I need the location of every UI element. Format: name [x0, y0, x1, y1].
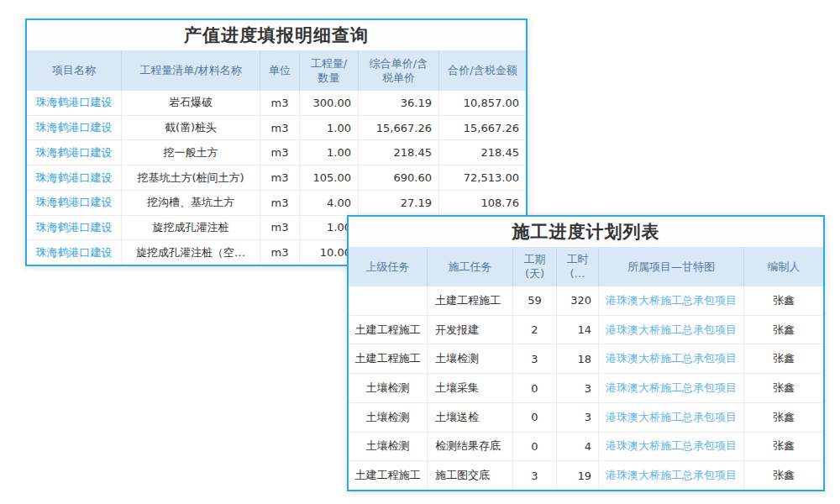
material-name: 挖基坑土方(桩间土方)	[122, 165, 260, 190]
table-row: 珠海鹤港口建设 挖基坑土方(桩间土方) m3 105.00 690.60 72,…	[27, 165, 526, 190]
unit: m3	[260, 240, 300, 265]
unit-price: 218.45	[359, 140, 439, 165]
material-name: 截(凿)桩头	[122, 116, 260, 140]
duration-days: 3	[513, 344, 557, 373]
parent-task: 土建工程施工	[349, 461, 428, 490]
col-header-total-amount: 合价/含税金额	[439, 51, 526, 91]
duration-days: 0	[513, 433, 557, 461]
col-header-project-name: 项目名称	[27, 51, 122, 91]
parent-task: 土壤检测	[349, 374, 428, 402]
unit-price: 27.19	[359, 191, 439, 215]
table1-title: 产值进度填报明细查询	[27, 20, 526, 50]
author: 张鑫	[744, 403, 823, 432]
author: 张鑫	[744, 374, 823, 402]
table-row: 珠海鹤港口建设 挖沟槽、基坑土方 m3 4.00 27.19 108.76	[27, 190, 526, 215]
project-gantt-link[interactable]: 港珠澳大桥施工总承包项目	[606, 410, 737, 425]
work-hours: 18	[557, 344, 599, 373]
work-hours: 320	[557, 286, 599, 315]
table-row: 土建工程施工 土壤检测 3 18 港珠澳大桥施工总承包项目 张鑫	[349, 344, 823, 373]
unit-price: 690.60	[359, 165, 439, 190]
table-row: 土建工程施工 开发报建 2 14 港珠澳大桥施工总承包项目 张鑫	[349, 315, 823, 344]
project-gantt-link[interactable]: 港珠澳大桥施工总承包项目	[606, 381, 737, 396]
construction-task: 土壤检测	[428, 344, 513, 373]
col-header-material-name: 工程量清单/材料名称	[122, 51, 260, 91]
work-hours: 3	[557, 374, 599, 402]
table2-header-row: 上级任务 施工任务 工期(天) 工时(… 所属项目—甘特图 编制人	[349, 247, 823, 286]
parent-task: 土壤检测	[349, 403, 428, 432]
total-amount: 10,857.00	[439, 91, 526, 115]
quantity: 1.00	[300, 116, 359, 140]
construction-task: 检测结果存底	[428, 433, 513, 461]
construction-schedule-table: 施工进度计划列表 上级任务 施工任务 工期(天) 工时(… 所属项目—甘特图 编…	[347, 215, 825, 491]
project-gantt-link[interactable]: 港珠澳大桥施工总承包项目	[606, 468, 737, 483]
construction-task: 开发报建	[428, 316, 513, 344]
project-gantt-link[interactable]: 港珠澳大桥施工总承包项目	[606, 293, 737, 308]
project-name-link[interactable]: 珠海鹤港口建设	[36, 95, 113, 110]
author: 张鑫	[744, 316, 823, 344]
author: 张鑫	[744, 286, 823, 315]
work-hours: 4	[557, 433, 599, 461]
parent-task: 土建工程施工	[349, 344, 428, 373]
project-name-link[interactable]: 珠海鹤港口建设	[36, 145, 113, 160]
work-hours: 3	[557, 403, 599, 432]
project-name-link[interactable]: 珠海鹤港口建设	[36, 171, 113, 186]
unit: m3	[260, 116, 300, 140]
author: 张鑫	[744, 433, 823, 461]
construction-task: 施工图交底	[428, 461, 513, 490]
unit-price: 36.19	[359, 91, 439, 115]
table2-title: 施工进度计划列表	[349, 217, 823, 247]
duration-days: 2	[513, 316, 557, 344]
unit: m3	[260, 165, 300, 190]
project-gantt-link[interactable]: 港珠澳大桥施工总承包项目	[606, 351, 737, 366]
parent-task: 土壤检测	[349, 433, 428, 461]
total-amount: 15,667.26	[439, 116, 526, 140]
table-row: 珠海鹤港口建设 挖一般土方 m3 1.00 218.45 218.45	[27, 139, 526, 165]
construction-task: 土壤送检	[428, 403, 513, 432]
project-gantt-link[interactable]: 港珠澳大桥施工总承包项目	[606, 323, 737, 338]
quantity: 105.00	[300, 165, 359, 190]
table2-body: 土建工程施工 59 320 港珠澳大桥施工总承包项目 张鑫 土建工程施工 开发报…	[349, 286, 823, 490]
duration-days: 0	[513, 403, 557, 432]
col-header-project-gantt: 所属项目—甘特图	[599, 248, 744, 286]
unit: m3	[260, 216, 300, 240]
author: 张鑫	[744, 344, 823, 373]
unit: m3	[260, 140, 300, 165]
duration-days: 3	[513, 461, 557, 490]
material-name: 挖沟槽、基坑土方	[122, 191, 260, 215]
table-row: 土壤检测 土壤采集 0 3 港珠澳大桥施工总承包项目 张鑫	[349, 373, 823, 402]
construction-task: 土壤采集	[428, 374, 513, 402]
work-hours: 14	[557, 316, 599, 344]
project-name-link[interactable]: 珠海鹤港口建设	[36, 120, 113, 135]
work-hours: 19	[557, 461, 599, 490]
unit: m3	[260, 91, 300, 115]
table-row: 珠海鹤港口建设 岩石爆破 m3 300.00 36.19 10,857.00	[27, 91, 526, 115]
material-name: 岩石爆破	[122, 91, 260, 115]
project-name-link[interactable]: 珠海鹤港口建设	[36, 220, 113, 235]
parent-task: 土建工程施工	[349, 316, 428, 344]
duration-days: 0	[513, 374, 557, 402]
total-amount: 218.45	[439, 140, 526, 165]
table-row: 土壤检测 检测结果存底 0 4 港珠澳大桥施工总承包项目 张鑫	[349, 432, 823, 461]
material-name: 挖一般土方	[122, 140, 260, 165]
project-gantt-link[interactable]: 港珠澳大桥施工总承包项目	[606, 438, 737, 454]
col-header-quantity: 工程量/数量	[300, 51, 359, 91]
col-header-work-hours: 工时(…	[557, 248, 599, 286]
table-row: 土建工程施工 施工图交底 3 19 港珠澳大桥施工总承包项目 张鑫	[349, 460, 823, 490]
quantity: 4.00	[300, 191, 359, 215]
table-row: 珠海鹤港口建设 截(凿)桩头 m3 1.00 15,667.26 15,667.…	[27, 115, 526, 140]
col-header-parent-task: 上级任务	[349, 248, 428, 286]
construction-task: 土建工程施工	[428, 286, 513, 315]
col-header-unit: 单位	[260, 51, 300, 91]
total-amount: 108.76	[439, 191, 526, 215]
table-row: 土壤检测 土壤送检 0 3 港珠澳大桥施工总承包项目 张鑫	[349, 402, 823, 432]
unit: m3	[260, 191, 300, 215]
col-header-duration-days: 工期(天)	[513, 248, 557, 286]
quantity: 300.00	[300, 91, 359, 115]
project-name-link[interactable]: 珠海鹤港口建设	[36, 195, 113, 210]
quantity: 1.00	[300, 140, 359, 165]
material-name: 旋挖成孔灌注桩（空…	[122, 240, 260, 265]
table-row: 土建工程施工 59 320 港珠澳大桥施工总承包项目 张鑫	[349, 286, 823, 315]
duration-days: 59	[513, 286, 557, 315]
project-name-link[interactable]: 珠海鹤港口建设	[36, 245, 113, 260]
material-name: 旋挖成孔灌注桩	[122, 216, 260, 240]
